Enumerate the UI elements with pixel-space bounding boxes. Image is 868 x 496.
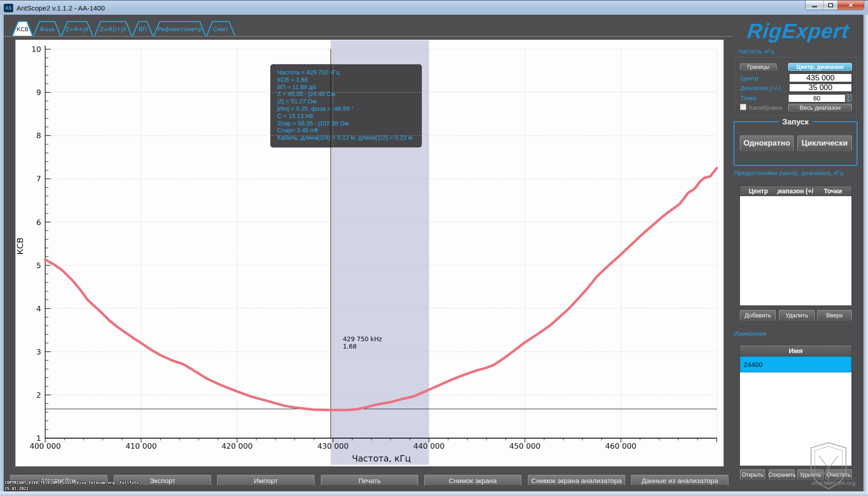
tab-z-parallel[interactable]: Z=R||+jX [94, 21, 132, 36]
boundaries-button[interactable]: Границы [740, 63, 777, 71]
tab-z-series[interactable]: Z=R+jX [61, 21, 93, 36]
toolbar-screenshot-button[interactable]: Снимок экрана [424, 475, 521, 486]
cursor-freq-label: 429 750 kHz [343, 335, 382, 343]
toolbar-analyzer-data-button[interactable]: Данные из анализатора [631, 475, 728, 486]
x-tick-label: 410 000 [125, 442, 157, 451]
x-tick-label: 460 000 [605, 442, 636, 451]
center-range-button[interactable]: Центр, диапазон [788, 63, 852, 71]
tab-pane-edge [4, 36, 732, 37]
preset-add-button[interactable]: Добавить [740, 310, 776, 321]
y-tick-label: 4 [36, 304, 41, 313]
calibration-label: Калибровка [749, 104, 782, 111]
presets-label: Предустановки (центр, диапазон), кГц [734, 169, 843, 176]
cursor-swr-label: 1.68 [343, 343, 357, 350]
tab-smith[interactable]: Смит [206, 21, 235, 36]
swr-curve [45, 168, 717, 410]
antscope-window: AS AntScope2 v.1.1.2 - AA-1400 ✕ КСВ Фаз… [0, 0, 868, 496]
points-stepper[interactable]: ▲ ▼ [846, 94, 852, 102]
measurements-col-name[interactable]: Имя [740, 345, 851, 356]
presets-col-center[interactable]: Центр [740, 186, 777, 196]
tab-vp[interactable]: ВП [132, 21, 153, 36]
range-label: Диапазон (+/-) [740, 85, 781, 91]
window-controls: ✕ [805, 0, 864, 10]
measurement-save-button[interactable]: Сохранить [769, 469, 795, 480]
run-group-title: Запуск [734, 118, 857, 127]
toolbar-print-button[interactable]: Печать [321, 475, 418, 486]
measurement-open-button[interactable]: Открыть [740, 469, 765, 480]
window-title: AntScope2 v.1.1.2 - AA-1400 [17, 4, 105, 12]
measurements-table[interactable]: Имя 24400 [739, 344, 852, 466]
app-icon: AS [4, 4, 13, 12]
presets-col-range[interactable]: Диапазон (+/-) [777, 186, 814, 196]
close-icon: ✕ [848, 2, 853, 9]
full-range-button[interactable]: Весь диапазон [788, 104, 852, 112]
title-bar[interactable]: AS AntScope2 v.1.1.2 - AA-1400 ✕ [0, 0, 868, 15]
stepper-up-icon[interactable]: ▲ [846, 95, 851, 99]
maximize-button[interactable] [824, 0, 838, 10]
y-axis-title: КСВ [15, 237, 25, 255]
x-axis-title: Частота, кГц [352, 453, 411, 463]
copyright-line2: 25.01.2022 [5, 486, 28, 491]
x-tick-label: 440 000 [413, 442, 444, 451]
window-frame-bottom [0, 491, 868, 496]
minimize-button[interactable] [806, 0, 824, 10]
points-label: Точки [740, 95, 756, 101]
preset-delete-button[interactable]: Удалить [779, 310, 815, 321]
minimize-icon [812, 6, 817, 7]
x-tick-label: 450 000 [509, 442, 540, 451]
window-frame-right [863, 15, 868, 491]
preset-up-button[interactable]: Вверх [817, 310, 852, 321]
run-cyclic-button[interactable]: Циклически [797, 135, 852, 151]
y-tick-label: 3 [36, 348, 41, 356]
close-button[interactable]: ✕ [838, 0, 864, 10]
range-input[interactable]: 35 000 [789, 84, 852, 92]
window-frame-left [0, 15, 4, 491]
tab-faza[interactable]: Фаза [33, 21, 61, 36]
measurement-clear-button[interactable]: Очистить [825, 469, 852, 480]
points-input[interactable]: 80 [788, 94, 846, 102]
presets-col-points[interactable]: Точки [814, 186, 851, 196]
tab-ksv[interactable]: КСВ [12, 21, 33, 36]
y-tick-label: 6 [36, 218, 41, 227]
measurement-row-selected[interactable]: 24400 [740, 356, 851, 372]
stepper-down-icon[interactable]: ▼ [846, 99, 851, 103]
x-tick-label: 430 000 [317, 442, 348, 451]
y-tick-label: 2 [36, 391, 41, 400]
y-tick-label: 9 [36, 88, 41, 97]
x-tick-label: 420 000 [221, 442, 252, 451]
presets-table[interactable]: Центр Диапазон (+/-) Точки [739, 186, 852, 306]
center-label: Центр [740, 75, 758, 82]
run-single-button[interactable]: Однократно [740, 135, 794, 151]
frequency-section-label: Частота, кГц [738, 48, 774, 55]
rigexpert-logo: RigExpert [732, 19, 864, 46]
toolbar-analyzer-screenshot-button[interactable]: Снимок экрана анализатора [528, 475, 625, 486]
y-tick-label: 5 [36, 261, 41, 270]
center-input[interactable]: 435 000 [789, 73, 852, 82]
swr-chart[interactable]: 12345678910400 000410 000420 000430 0004… [15, 39, 724, 467]
y-tick-label: 7 [36, 175, 41, 183]
y-tick-label: 10 [32, 45, 41, 54]
measurement-delete-button[interactable]: Удалить [797, 469, 823, 480]
calibration-checkbox[interactable] [740, 104, 746, 110]
maximize-icon [828, 3, 833, 7]
tab-reflectometer[interactable]: Рефлектометр [153, 21, 206, 36]
measurements-label: Измерения [734, 330, 766, 337]
presets-table-header: Центр Диапазон (+/-) Точки [740, 186, 851, 196]
x-tick-label: 400 000 [29, 442, 61, 451]
toolbar-import-button[interactable]: Импорт [217, 475, 314, 486]
copyright-line1: COPYRIGHT VIVA-TELECOM, CJSC. Viva-telec… [5, 480, 139, 485]
y-tick-label: 8 [36, 131, 41, 140]
